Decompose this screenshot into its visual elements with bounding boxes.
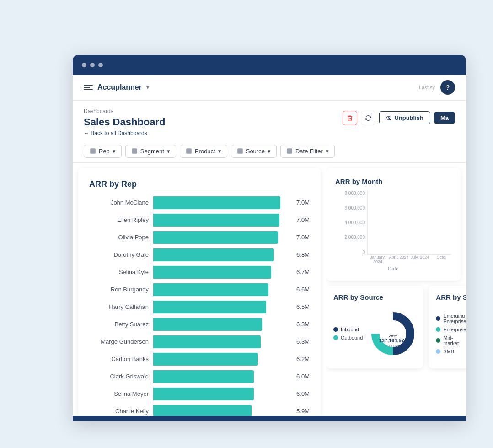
- bar-container: [153, 318, 286, 331]
- arr-by-month-card: ARR by Month 8,000,0006,000,0004,000,000…: [326, 168, 461, 281]
- table-row: Harry Callahan 6.5M: [89, 301, 310, 313]
- arr-by-source-card: ARR by Source InboundOutbound: [326, 286, 423, 368]
- rep-name: Carlton Banks: [89, 356, 149, 362]
- segment-legend: Emerging EnterpriseEnterpriseMid-marketS…: [436, 313, 466, 354]
- filter-date[interactable]: Date Filter ▾: [280, 145, 335, 158]
- bar-value: 5.9M: [290, 408, 310, 415]
- bar-value: 6.8M: [290, 251, 310, 258]
- manage-button[interactable]: Ma: [434, 112, 455, 124]
- arr-by-month-chart: 8,000,0006,000,0004,000,0002,000,0000 Ja…: [335, 191, 451, 264]
- arr-by-segment-title: ARR by Segment: [436, 293, 466, 301]
- bar-value: 6.2M: [290, 356, 310, 362]
- x-axis-label: January, 2024: [367, 255, 388, 264]
- browser-titlebar: [73, 55, 466, 75]
- rep-name: Dorothy Gale: [89, 251, 149, 258]
- bar-fill: [153, 283, 268, 296]
- rep-name: John McClane: [89, 199, 149, 206]
- header-right: Last sy ?: [419, 80, 455, 95]
- svg-rect-2: [90, 148, 96, 154]
- hamburger-menu[interactable]: [84, 85, 93, 90]
- y-axis: 8,000,0006,000,0004,000,0002,000,0000: [335, 191, 365, 255]
- table-row: Selina Kyle 6.7M: [89, 266, 310, 279]
- table-row: Selina Meyer 6.0M: [89, 388, 310, 400]
- legend-dot: [333, 335, 338, 340]
- breadcrumb: Dashboards: [84, 108, 166, 114]
- filter-product[interactable]: Product ▾: [180, 145, 227, 158]
- list-item: SMB: [436, 349, 466, 354]
- bar-fill: [153, 335, 261, 348]
- donut-total-label: TOTAL: [379, 344, 407, 348]
- rep-name: Selina Kyle: [89, 269, 149, 275]
- footer-bar: [73, 416, 466, 421]
- browser-window: Accuplanner ▾ Last sy ? Dashboards Sales…: [73, 55, 466, 421]
- bar-fill: [153, 248, 274, 261]
- bar-fill: [153, 301, 266, 313]
- filter-segment[interactable]: Segment ▾: [125, 145, 176, 158]
- svg-rect-4: [186, 148, 192, 154]
- rep-name: Selina Meyer: [89, 390, 149, 397]
- table-row: John McClane 7.0M: [89, 196, 310, 209]
- legend-label: Enterprise: [443, 327, 466, 332]
- back-link[interactable]: ← Back to all Dashboards: [84, 130, 455, 136]
- chart-bars: [367, 191, 451, 255]
- browser-dot-1: [82, 63, 86, 67]
- table-row: Ron Burgandy 6.6M: [89, 283, 310, 296]
- filter-source[interactable]: Source ▾: [231, 145, 277, 158]
- last-sync-text: Last sy: [419, 85, 435, 90]
- bar-container: [153, 214, 286, 227]
- donut-total: 137,161,574: [379, 338, 407, 344]
- bar-value: 6.0M: [290, 373, 310, 380]
- y-axis-label: 8,000,000: [345, 191, 365, 196]
- bar-fill: [153, 231, 278, 244]
- filter-rep[interactable]: Rep ▾: [84, 145, 122, 158]
- legend-dot: [333, 327, 338, 332]
- app-dropdown-arrow[interactable]: ▾: [146, 84, 149, 91]
- browser-dot-2: [90, 63, 95, 67]
- table-row: Dorothy Gale 6.8M: [89, 248, 310, 261]
- help-button[interactable]: ?: [440, 80, 455, 95]
- x-axis-label: April, 2024: [388, 255, 409, 264]
- arr-by-month-title: ARR by Month: [335, 178, 451, 185]
- donut-chart: 25% 137,161,574 TOTAL: [370, 311, 416, 356]
- filter-segment-arrow: ▾: [167, 148, 170, 155]
- app-logo-area: Accuplanner ▾: [84, 83, 149, 92]
- filter-product-label: Product: [195, 148, 215, 155]
- bar-value: 7.0M: [290, 216, 310, 223]
- source-legend: InboundOutbound: [333, 327, 363, 340]
- list-item: Inbound: [333, 327, 363, 332]
- bar-container: [153, 335, 286, 348]
- filter-product-arrow: ▾: [218, 148, 221, 155]
- legend-dot: [436, 338, 440, 343]
- unpublish-button[interactable]: Unpublish: [379, 111, 430, 124]
- filter-source-arrow: ▾: [268, 148, 271, 155]
- filter-date-arrow: ▾: [326, 148, 329, 155]
- rep-name: Betty Suarez: [89, 321, 149, 328]
- bar-value: 6.3M: [290, 338, 310, 345]
- filter-segment-label: Segment: [140, 148, 164, 155]
- bar-container: [153, 283, 286, 296]
- bar-container: [153, 388, 286, 400]
- y-axis-label: 4,000,000: [345, 220, 365, 225]
- bar-fill: [153, 388, 254, 400]
- legend-label: Inbound: [341, 327, 359, 332]
- bar-value: 7.0M: [290, 199, 310, 206]
- table-row: Carlton Banks 6.2M: [89, 353, 310, 366]
- list-item: Mid-market: [436, 335, 466, 346]
- donut-content: InboundOutbound: [333, 307, 416, 361]
- bar-fill: [153, 318, 262, 331]
- arr-by-rep-chart: John McClane 7.0M Ellen Ripley 7.0M Oliv…: [89, 196, 310, 421]
- delete-button[interactable]: [343, 111, 357, 125]
- refresh-button[interactable]: [361, 111, 375, 125]
- browser-dot-3: [98, 63, 103, 67]
- bar-value: 6.5M: [290, 303, 310, 310]
- y-axis-label: 6,000,000: [345, 205, 365, 211]
- rep-name: Olivia Pope: [89, 234, 149, 241]
- legend-label: SMB: [443, 349, 454, 354]
- page-title-row: Dashboards Sales Dashboard: [84, 108, 455, 128]
- page-title-area: Dashboards Sales Dashboard: [84, 108, 166, 128]
- filter-rep-arrow: ▾: [113, 148, 116, 155]
- bar-value: 6.7M: [290, 269, 310, 275]
- bar-container: [153, 196, 286, 209]
- arr-by-source-title: ARR by Source: [333, 293, 416, 301]
- y-axis-label: 0: [362, 250, 365, 255]
